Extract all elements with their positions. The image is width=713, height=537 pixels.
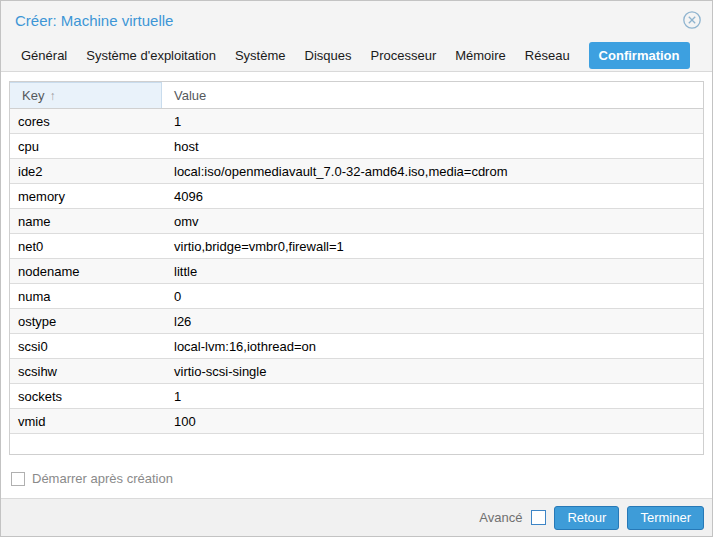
row-key: nodename [10, 264, 162, 279]
column-header-value[interactable]: Value [162, 82, 703, 108]
value-column-label: Value [174, 88, 206, 103]
table-row-net0[interactable]: net0 virtio,bridge=vmbr0,firewall=1 [10, 234, 703, 259]
row-key: memory [10, 189, 162, 204]
start-after-create-option: Démarrer après création [11, 471, 704, 486]
row-value: omv [162, 214, 703, 229]
table-row-scsi0[interactable]: scsi0 local-lvm:16,iothread=on [10, 334, 703, 359]
table-row-scsihw[interactable]: scsihw virtio-scsi-single [10, 359, 703, 384]
row-key: sockets [10, 389, 162, 404]
row-key: vmid [10, 414, 162, 429]
table-row-cores[interactable]: cores 1 [10, 109, 703, 134]
row-key: ide2 [10, 164, 162, 179]
tab-confirmation[interactable]: Confirmation [589, 42, 690, 69]
row-key: cores [10, 114, 162, 129]
row-key: net0 [10, 239, 162, 254]
table-row-numa[interactable]: numa 0 [10, 284, 703, 309]
row-key: scsihw [10, 364, 162, 379]
row-key: cpu [10, 139, 162, 154]
table-row-vmid[interactable]: vmid 100 [10, 409, 703, 434]
dialog-body: Key ↑ Value cores 1 cpu host ide2 local:… [1, 72, 712, 498]
table-row-ostype[interactable]: ostype l26 [10, 309, 703, 334]
create-vm-dialog: Créer: Machine virtuelle Général Système… [0, 0, 713, 537]
row-value: 1 [162, 389, 703, 404]
tab-os[interactable]: Système d'exploitation [86, 42, 216, 69]
row-value: host [162, 139, 703, 154]
tab-processor[interactable]: Processeur [370, 42, 436, 69]
table-row-cpu[interactable]: cpu host [10, 134, 703, 159]
tab-disks[interactable]: Disques [305, 42, 352, 69]
close-icon[interactable] [682, 10, 702, 30]
row-value: 4096 [162, 189, 703, 204]
tab-bar: Général Système d'exploitation Système D… [1, 39, 712, 72]
row-value: little [162, 264, 703, 279]
tab-system[interactable]: Système [235, 42, 286, 69]
row-value: virtio,bridge=vmbr0,firewall=1 [162, 239, 703, 254]
tab-network[interactable]: Réseau [525, 42, 570, 69]
row-key: name [10, 214, 162, 229]
row-value: local:iso/openmediavault_7.0-32-amd64.is… [162, 164, 703, 179]
table-row-memory[interactable]: memory 4096 [10, 184, 703, 209]
start-after-create-checkbox[interactable] [11, 472, 25, 486]
column-header-key[interactable]: Key ↑ [10, 82, 162, 108]
tab-memory[interactable]: Mémoire [455, 42, 506, 69]
sort-asc-icon: ↑ [49, 89, 55, 103]
dialog-header: Créer: Machine virtuelle [1, 1, 712, 39]
settings-grid: Key ↑ Value cores 1 cpu host ide2 local:… [9, 81, 704, 455]
key-column-label: Key [22, 88, 44, 103]
table-row-ide2[interactable]: ide2 local:iso/openmediavault_7.0-32-amd… [10, 159, 703, 184]
tab-general[interactable]: Général [21, 42, 67, 69]
finish-button[interactable]: Terminer [627, 506, 704, 530]
dialog-title: Créer: Machine virtuelle [15, 12, 682, 29]
row-value: virtio-scsi-single [162, 364, 703, 379]
row-value: local-lvm:16,iothread=on [162, 339, 703, 354]
row-key: ostype [10, 314, 162, 329]
back-button[interactable]: Retour [554, 506, 619, 530]
row-value: 100 [162, 414, 703, 429]
row-key: numa [10, 289, 162, 304]
start-after-create-label[interactable]: Démarrer après création [32, 471, 173, 486]
table-row-nodename[interactable]: nodename little [10, 259, 703, 284]
row-key: scsi0 [10, 339, 162, 354]
row-value: 1 [162, 114, 703, 129]
table-row-sockets[interactable]: sockets 1 [10, 384, 703, 409]
grid-header-row: Key ↑ Value [10, 82, 703, 109]
row-value: 0 [162, 289, 703, 304]
dialog-footer: Avancé Retour Terminer [1, 498, 712, 536]
advanced-checkbox[interactable] [531, 510, 546, 525]
row-value: l26 [162, 314, 703, 329]
table-row-name[interactable]: name omv [10, 209, 703, 234]
advanced-label: Avancé [479, 510, 522, 525]
